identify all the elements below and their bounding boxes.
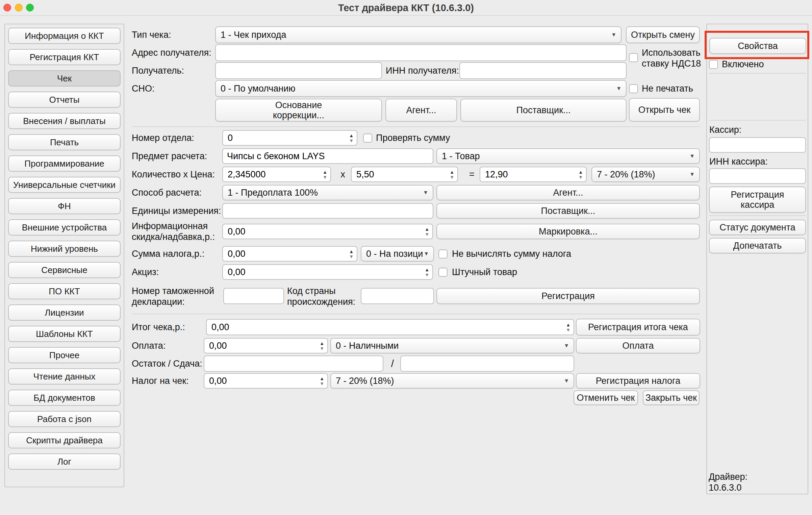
recipient-label: Получатель:: [132, 62, 213, 79]
sidebar-item-4[interactable]: Внесения / выплаты: [8, 113, 121, 129]
sidebar-item-9[interactable]: Внешние устройства: [8, 219, 121, 236]
supplier-button-top[interactable]: Поставщик...: [460, 99, 627, 122]
piece-good-checkbox[interactable]: [438, 268, 448, 277]
spinner-arrows-icon[interactable]: ▲▼: [578, 170, 583, 179]
price-spinner[interactable]: 5,50 ▲▼: [351, 167, 458, 182]
open-receipt-button[interactable]: Открыть чек: [629, 98, 700, 122]
sidebar-item-5[interactable]: Печать: [8, 134, 121, 150]
cancel-receipt-button[interactable]: Отменить чек: [574, 390, 638, 405]
reg-tax-button[interactable]: Регистрация налога: [576, 373, 700, 389]
tax-sum-spinner[interactable]: 0,00 ▲▼: [222, 246, 357, 262]
registration-button[interactable]: Регистрация: [436, 288, 700, 304]
sidebar-item-8[interactable]: ФН: [8, 198, 121, 214]
subject-type-select[interactable]: 1 - Товар ▼: [436, 148, 700, 164]
recipient-address-input[interactable]: [215, 44, 627, 61]
sidebar-item-18[interactable]: Работа с json: [8, 411, 121, 427]
check-sum-checkbox[interactable]: [363, 133, 372, 143]
cashier-input[interactable]: [709, 137, 806, 153]
properties-button[interactable]: Свойства: [709, 38, 806, 54]
vat-rate-select[interactable]: 7 - 20% (18%) ▼: [591, 167, 700, 182]
enabled-checkbox[interactable]: [709, 60, 718, 69]
slash-sign: /: [387, 355, 398, 372]
pay-button[interactable]: Оплата: [576, 338, 700, 353]
use-vat18-label: Использовать ставку НДС18: [642, 47, 705, 69]
no-tax-calc-label: Не вычислять сумму налога: [452, 246, 594, 262]
sidebar-item-13[interactable]: Лицензии: [8, 304, 121, 321]
subject-input[interactable]: [222, 148, 433, 164]
sidebar-item-11[interactable]: Сервисные: [8, 262, 121, 278]
units-input[interactable]: [222, 203, 433, 219]
payment-method-select[interactable]: 1 - Предоплата 100% ▼: [222, 185, 433, 200]
payment-spinner[interactable]: 0,00 ▲▼: [204, 338, 328, 353]
spinner-arrows-icon[interactable]: ▲▼: [320, 376, 324, 386]
chevron-down-icon: ▼: [423, 190, 428, 196]
no-print-label: Не печатать: [642, 80, 704, 97]
payment-type-select[interactable]: 0 - Наличными ▼: [330, 338, 574, 353]
sidebar-item-12[interactable]: ПО ККТ: [8, 283, 121, 299]
excise-spinner[interactable]: 0,00 ▲▼: [222, 264, 433, 280]
correction-basis-button[interactable]: Основание коррекции...: [215, 99, 382, 122]
sidebar-item-0[interactable]: Информация о ККТ: [8, 28, 121, 44]
spinner-arrows-icon[interactable]: ▲▼: [425, 227, 429, 237]
reg-total-button[interactable]: Регистрация итога чека: [576, 319, 700, 336]
enabled-label: Включено: [722, 59, 796, 70]
tax-sum-label: Сумма налога,р.:: [132, 246, 220, 262]
sidebar-item-7[interactable]: Универсальные счетчики: [8, 177, 121, 193]
driver-version-label: Драйвер: 10.6.3.0: [709, 472, 796, 493]
reg-cashier-button[interactable]: Регистрация кассира: [709, 187, 806, 213]
country-code-input[interactable]: [361, 288, 434, 304]
separator: [709, 120, 806, 121]
close-receipt-button[interactable]: Закрыть чек: [643, 390, 700, 405]
sidebar-item-17[interactable]: БД документов: [8, 390, 121, 406]
receipt-tax-rate-select[interactable]: 7 - 20% (18%) ▼: [330, 373, 574, 389]
recipient-inn-input[interactable]: [459, 62, 627, 79]
spinner-arrows-icon[interactable]: ▲▼: [323, 170, 327, 179]
agent-button-top[interactable]: Агент...: [385, 99, 457, 122]
tax-position-select[interactable]: 0 - На позици ▼: [361, 246, 434, 262]
sidebar-item-15[interactable]: Прочее: [8, 347, 121, 363]
agent-button[interactable]: Агент...: [436, 185, 700, 200]
change-input[interactable]: [400, 355, 574, 372]
cashier-label: Кассир:: [709, 124, 784, 135]
spinner-arrows-icon[interactable]: ▲▼: [349, 133, 354, 143]
window-title: Тест драйвера ККТ (10.6.3.0): [0, 2, 812, 14]
supplier-button[interactable]: Поставщик...: [436, 203, 700, 219]
department-spinner[interactable]: 0 ▲▼: [222, 130, 357, 146]
sidebar-item-3[interactable]: Отчеты: [8, 92, 121, 108]
receipt-tax-spinner[interactable]: 0,00 ▲▼: [204, 373, 328, 389]
sidebar-item-14[interactable]: Шаблоны ККТ: [8, 326, 121, 342]
discount-spinner[interactable]: 0,00 ▲▼: [222, 224, 433, 239]
sno-select[interactable]: 0 - По умолчанию ▼: [215, 80, 627, 97]
reprint-button[interactable]: Допечатать: [709, 238, 806, 253]
sidebar-item-1[interactable]: Регистрация ККТ: [8, 49, 121, 65]
quantity-spinner[interactable]: 2,345000 ▲▼: [222, 167, 331, 182]
discount-label: Информационная скидка/надбавка,р.:: [132, 219, 224, 244]
spinner-arrows-icon[interactable]: ▲▼: [566, 322, 570, 332]
receipt-total-label: Итог чека,р.:: [132, 319, 204, 335]
sidebar-item-20[interactable]: Лог: [8, 453, 121, 470]
customs-declaration-input[interactable]: [223, 288, 284, 304]
spinner-arrows-icon[interactable]: ▲▼: [425, 267, 429, 277]
use-vat18-checkbox[interactable]: [629, 53, 638, 62]
spinner-arrows-icon[interactable]: ▲▼: [450, 170, 454, 179]
sidebar-item-19[interactable]: Скрипты драйвера: [8, 432, 121, 448]
receipt-type-select[interactable]: 1 - Чек прихода ▼: [215, 26, 621, 43]
sidebar-item-6[interactable]: Программирование: [8, 155, 121, 172]
open-shift-button[interactable]: Открыть смену: [626, 26, 700, 43]
cashier-inn-input[interactable]: [709, 168, 806, 184]
sidebar-item-2[interactable]: Чек: [8, 70, 121, 87]
receipt-total-spinner[interactable]: 0,00 ▲▼: [206, 319, 574, 335]
remainder-input[interactable]: [204, 355, 383, 372]
no-print-checkbox[interactable]: [629, 84, 638, 93]
sno-label: СНО:: [132, 80, 213, 97]
marking-button[interactable]: Маркировка...: [436, 224, 700, 239]
no-tax-calc-checkbox[interactable]: [438, 249, 448, 259]
sidebar-item-16[interactable]: Чтение данных: [8, 368, 121, 385]
doc-status-button[interactable]: Статус документа: [709, 220, 806, 235]
spinner-arrows-icon[interactable]: ▲▼: [320, 341, 324, 351]
sidebar-item-10[interactable]: Нижний уровень: [8, 241, 121, 257]
recipient-input[interactable]: [215, 62, 382, 79]
position-sum-spinner[interactable]: 12,90 ▲▼: [480, 167, 587, 182]
spinner-arrows-icon[interactable]: ▲▼: [349, 249, 354, 259]
title-bar: Тест драйвера ККТ (10.6.3.0): [0, 0, 812, 16]
